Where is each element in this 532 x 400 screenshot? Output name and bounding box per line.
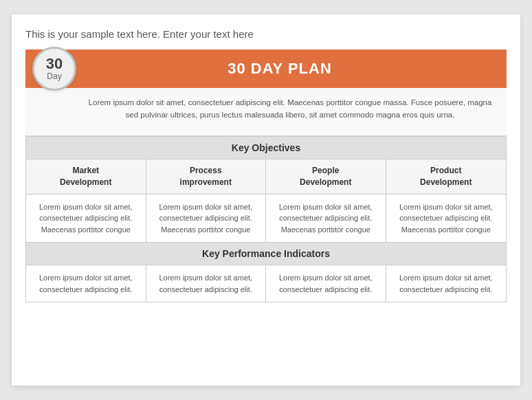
kpi-header: Key Performance Indicators: [26, 243, 506, 265]
kpi-content-2: Lorem ipsum dolor sit amet, consectetuer…: [146, 265, 267, 302]
col-content-3: Lorem ipsum dolor sit amet, consectetuer…: [266, 195, 386, 243]
slide-container: This is your sample text here. Enter you…: [12, 14, 520, 386]
day-label: Day: [47, 71, 61, 81]
description-text: Lorem ipsum dolor sit amet, consectetuer…: [87, 96, 493, 122]
day-number: 30: [46, 56, 63, 71]
column-content-row: Lorem ipsum dolor sit amet, consectetuer…: [26, 195, 506, 243]
description-section: Lorem ipsum dolor sit amet, consectetuer…: [25, 88, 507, 136]
kpi-content-1: Lorem ipsum dolor sit amet, consectetuer…: [26, 265, 146, 302]
col-content-4: Lorem ipsum dolor sit amet, consectetuer…: [386, 195, 507, 243]
col-header-1: MarketDevelopment: [26, 159, 146, 194]
kpi-content-3: Lorem ipsum dolor sit amet, consectetuer…: [266, 265, 386, 302]
col-content-1: Lorem ipsum dolor sit amet, consectetuer…: [26, 195, 146, 243]
col-header-2: Processimprovement: [146, 159, 267, 194]
kpi-content-row: Lorem ipsum dolor sit amet, consectetuer…: [26, 265, 506, 302]
col-header-3: PeopleDevelopment: [266, 159, 386, 194]
header-section: 30 Day 30 DAY PLAN: [25, 49, 507, 88]
key-objectives-header: Key Objectives: [26, 137, 506, 159]
col-content-2: Lorem ipsum dolor sit amet, consectetuer…: [146, 195, 267, 243]
kpi-content-4: Lorem ipsum dolor sit amet, consectetuer…: [386, 265, 507, 302]
sample-text: This is your sample text here. Enter you…: [25, 28, 507, 40]
column-headers-row: MarketDevelopment Processimprovement Peo…: [26, 159, 506, 195]
day-circle: 30 Day: [32, 47, 76, 91]
col-header-4: ProductDevelopment: [386, 159, 507, 194]
objectives-table: Key Objectives MarketDevelopment Process…: [25, 136, 507, 302]
plan-title: 30 DAY PLAN: [25, 60, 507, 78]
